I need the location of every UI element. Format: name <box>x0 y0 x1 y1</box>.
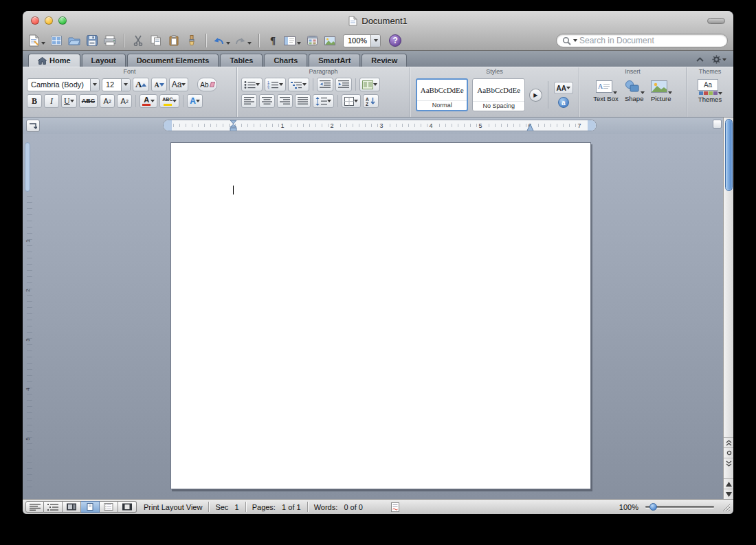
new-dropdown-arrow[interactable] <box>41 42 45 45</box>
underline-button[interactable]: U <box>61 94 77 108</box>
gallery-button[interactable] <box>49 32 64 49</box>
close-button[interactable] <box>31 16 39 25</box>
document-page[interactable] <box>170 142 591 489</box>
words-group[interactable]: Words: 0 of 0 <box>314 503 363 511</box>
font-color-button[interactable]: A <box>140 94 157 108</box>
superscript-button[interactable]: A2 <box>100 94 115 108</box>
insert-textbox-button[interactable]: A Text Box <box>593 79 618 102</box>
change-case-button[interactable]: Aa <box>169 78 189 91</box>
sidebar-dropdown-arrow[interactable] <box>297 42 301 45</box>
right-indent-marker[interactable] <box>526 124 534 131</box>
scroll-up-button[interactable] <box>724 478 733 489</box>
minimize-button[interactable] <box>45 16 53 25</box>
media-browser-button[interactable] <box>322 32 337 49</box>
line-spacing-button[interactable] <box>313 94 334 108</box>
zoom-select[interactable]: 100% <box>343 34 381 47</box>
insert-picture-button[interactable]: Picture <box>650 79 672 102</box>
search-field[interactable] <box>556 34 728 47</box>
undo-button[interactable] <box>212 32 231 49</box>
tab-charts[interactable]: Charts <box>264 54 307 67</box>
focus-view-button[interactable] <box>118 501 137 513</box>
shrink-font-button[interactable]: A <box>151 78 166 91</box>
zoom-arrow[interactable] <box>370 35 380 47</box>
undo-dropdown-arrow[interactable] <box>226 42 230 45</box>
horizontal-ruler[interactable]: 1 2 3 4 5 6 7 <box>163 120 597 131</box>
text-effects-arrow[interactable] <box>196 100 200 102</box>
resize-grip[interactable] <box>721 502 731 512</box>
font-size-select[interactable]: 12 <box>102 78 131 91</box>
borders-arrow[interactable] <box>354 100 358 102</box>
tab-layout[interactable]: Layout <box>82 54 126 67</box>
grow-font-button[interactable]: A <box>133 78 149 91</box>
toolbar-toggle-capsule[interactable] <box>707 18 725 24</box>
bullets-arrow[interactable] <box>256 83 260 86</box>
print-button[interactable] <box>102 32 118 49</box>
tab-document-elements[interactable]: Document Elements <box>127 54 219 67</box>
tab-tables[interactable]: Tables <box>220 54 263 67</box>
justify-button[interactable] <box>295 94 311 108</box>
search-scope-arrow[interactable] <box>573 39 577 42</box>
tab-home[interactable]: Home <box>28 54 80 67</box>
copy-button[interactable] <box>148 32 164 49</box>
tab-review[interactable]: Review <box>362 54 407 67</box>
zoom-slider-thumb[interactable] <box>649 503 657 511</box>
collapse-ribbon-icon[interactable] <box>696 57 704 62</box>
align-right-button[interactable] <box>277 94 293 108</box>
increase-indent-button[interactable] <box>335 78 352 91</box>
line-spacing-arrow[interactable] <box>327 100 331 102</box>
scroll-down-button[interactable] <box>724 489 733 499</box>
subscript-button[interactable]: A2 <box>117 94 132 108</box>
ribbon-settings-button[interactable] <box>712 55 726 64</box>
highlight-arrow[interactable] <box>173 100 177 102</box>
pages-group[interactable]: Pages: 1 of 1 <box>252 503 301 511</box>
browse-previous-button[interactable] <box>724 437 733 447</box>
strikethrough-button[interactable]: ABC <box>79 94 98 108</box>
redo-button[interactable] <box>234 32 252 49</box>
decrease-indent-button[interactable] <box>317 78 333 91</box>
zoom-slider[interactable] <box>645 506 714 508</box>
themes-button[interactable]: Aa Themes <box>698 79 722 103</box>
columns-button[interactable] <box>359 78 380 91</box>
vertical-scrollbar[interactable] <box>723 118 733 499</box>
cut-button[interactable] <box>131 32 146 49</box>
manage-styles-button[interactable]: a <box>558 97 569 108</box>
show-marks-button[interactable]: ¶ <box>265 32 280 49</box>
select-browse-object-button[interactable] <box>724 447 733 458</box>
style-card-no-spacing[interactable]: AaBbCcDdEe No Spacing <box>472 78 524 111</box>
underline-arrow[interactable] <box>70 100 74 102</box>
tab-stop-selector[interactable] <box>26 120 40 132</box>
bold-button[interactable]: B <box>27 94 42 108</box>
font-family-arrow[interactable] <box>90 79 99 91</box>
publishing-layout-button[interactable] <box>63 501 81 513</box>
font-size-arrow[interactable] <box>121 79 130 91</box>
numbering-button[interactable]: 1.2.3. <box>265 78 286 91</box>
save-button[interactable] <box>85 32 100 49</box>
notebook-layout-button[interactable] <box>100 501 118 513</box>
open-button[interactable] <box>67 32 82 49</box>
font-color-arrow[interactable] <box>151 100 155 102</box>
zoom-window-button[interactable] <box>58 16 67 25</box>
multilevel-list-button[interactable] <box>288 78 309 91</box>
insert-shape-button[interactable]: Shape <box>624 79 645 102</box>
align-left-button[interactable] <box>241 94 257 108</box>
format-painter-button[interactable] <box>184 32 199 49</box>
draft-view-button[interactable] <box>25 501 44 513</box>
toolbox-button[interactable] <box>304 32 320 49</box>
ruler-toggle-button[interactable] <box>713 120 722 129</box>
borders-button[interactable] <box>342 94 361 108</box>
styles-gallery-expander[interactable]: ▶ <box>529 89 542 102</box>
spelling-status-icon[interactable] <box>390 502 400 512</box>
help-button[interactable]: ? <box>389 34 401 47</box>
new-document-button[interactable] <box>28 32 46 49</box>
italic-button[interactable]: I <box>44 94 59 108</box>
section-group[interactable]: Sec 1 <box>215 503 238 511</box>
search-input[interactable] <box>579 36 722 45</box>
tab-smartart[interactable]: SmartArt <box>309 54 360 67</box>
title-bar[interactable]: Document1 <box>23 11 733 30</box>
font-family-select[interactable]: Cambria (Body) <box>27 78 100 91</box>
text-effects-button[interactable]: A <box>187 94 203 108</box>
align-center-button[interactable] <box>259 94 275 108</box>
paste-button[interactable] <box>166 32 181 49</box>
browse-next-button[interactable] <box>724 458 733 468</box>
bullets-button[interactable] <box>241 78 263 91</box>
